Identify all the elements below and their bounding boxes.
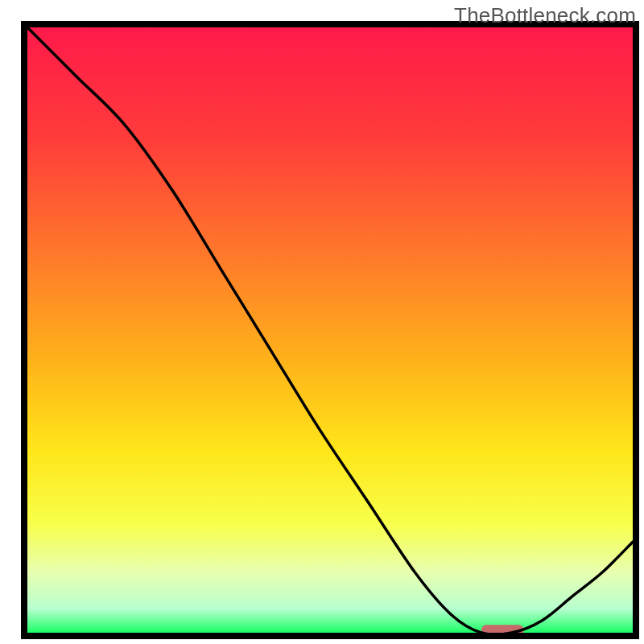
chart-stage: TheBottleneck.com xyxy=(0,0,644,644)
watermark-text: TheBottleneck.com xyxy=(454,3,636,28)
bottleneck-chart xyxy=(0,0,644,644)
